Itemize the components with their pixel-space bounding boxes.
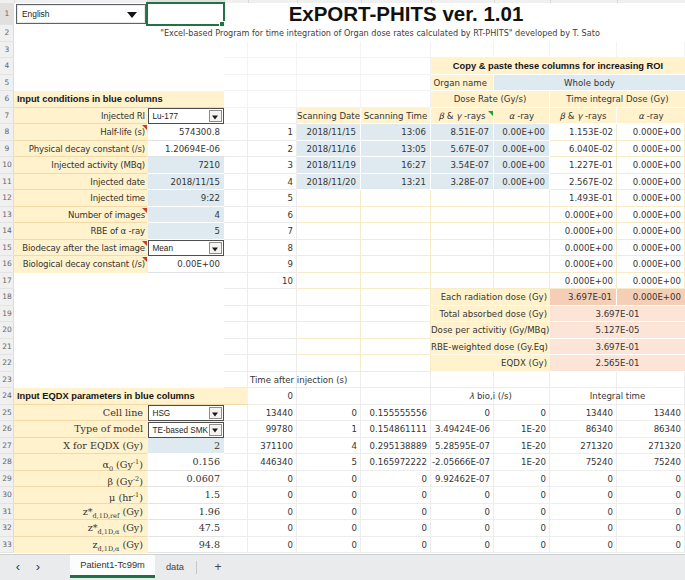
grid-cell <box>297 289 361 306</box>
scan-date-cell[interactable]: 2018/11/19 <box>297 157 361 174</box>
grid-cell <box>224 504 248 521</box>
scan-time-cell[interactable]: 13:21 <box>361 174 431 191</box>
number-of-images-value[interactable]: 4 <box>148 207 224 224</box>
integral-beta-gamma-cell: 0.000E+00 <box>550 256 617 273</box>
grid-cell <box>297 91 361 108</box>
time-cell: 86340 <box>617 421 685 438</box>
eqdx-cell-line-dropdown[interactable]: HSG <box>148 405 224 421</box>
row-number: 31 <box>0 504 14 521</box>
scan-date-cell[interactable]: 2018/11/15 <box>297 124 361 141</box>
scan-index-cell: 6 <box>248 207 297 224</box>
scan-index-cell: 3 <box>248 157 297 174</box>
rate-alpha-cell[interactable]: 0.00E+00 <box>494 141 550 158</box>
dose-per-activitiy-gy-mbq-label: Dose per activitiy (Gy/MBq) <box>431 322 550 339</box>
grid-cell <box>248 42 297 59</box>
row-number: 7 <box>0 108 14 125</box>
sheet-tab-data[interactable]: data <box>157 555 193 580</box>
rate-alpha-cell[interactable]: 0.00E+00 <box>494 174 550 191</box>
grid-cell <box>431 273 494 290</box>
biodecay-after-the-last-image-dropdown[interactable]: Mean <box>148 240 224 256</box>
injected-ri-dropdown-arrow-icon <box>209 110 222 122</box>
injected-time-label: Injected time <box>14 190 147 207</box>
rate-alpha-cell[interactable]: 0.00E+00 <box>494 157 550 174</box>
grid-cell <box>494 240 550 257</box>
time-cell: 0 <box>297 504 361 521</box>
grid-cell <box>224 124 248 141</box>
time-cell: 0 <box>431 504 494 521</box>
rbe-of-ray-value[interactable]: 5 <box>148 223 224 240</box>
selected-cell-outline[interactable] <box>146 2 225 26</box>
injected-activity-mbq-value[interactable]: 7210 <box>148 157 224 174</box>
grid-cell <box>224 157 248 174</box>
injected-time-value[interactable]: 9:22 <box>148 190 224 207</box>
rate-beta-gamma-cell[interactable]: 5.67E-07 <box>431 141 494 158</box>
integral-alpha-cell: 0.000E+00 <box>617 124 685 141</box>
rate-beta-gamma-cell[interactable]: 3.54E-07 <box>431 157 494 174</box>
grid-cell <box>224 75 248 92</box>
grid-cell <box>248 355 297 372</box>
rate-alpha-cell[interactable]: 0.00E+00 <box>494 124 550 141</box>
row-number: 29 <box>0 471 14 488</box>
eqdx-type-of-model-dropdown[interactable]: TE-based SMK <box>148 422 224 438</box>
total-absorbed-dose-gy-value: 3.697E-01 <box>550 306 685 323</box>
time-cell: 3.49424E-06 <box>431 421 494 438</box>
grid-cell <box>361 207 431 224</box>
integral-alpha-cell: 0.000E+00 <box>617 207 685 224</box>
sheet-tab-active[interactable]: Patient1-Tc99m <box>70 555 155 576</box>
eqdx-cell-line-label: Cell line <box>14 405 147 422</box>
grid-cell <box>431 190 494 207</box>
fill-handle[interactable] <box>219 21 225 27</box>
scan-time-cell[interactable]: 13:06 <box>361 124 431 141</box>
grid-cell <box>431 372 494 389</box>
injected-date-label: Injected date <box>14 174 147 191</box>
grid-cell <box>550 42 617 59</box>
biological-decay-constant-s-comment-marker <box>142 257 147 262</box>
biological-decay-constant-s-value: 0.00E+00 <box>148 256 224 273</box>
grid-cell <box>224 405 248 422</box>
language-value: English <box>22 7 49 22</box>
grid-cell <box>224 289 248 306</box>
scan-time-cell[interactable]: 13:05 <box>361 141 431 158</box>
tab-divider <box>196 561 197 574</box>
injected-ri-dropdown-value: Lu-177 <box>153 109 179 124</box>
organ-name-value[interactable]: Whole body <box>494 75 685 92</box>
scan-date-cell[interactable]: 2018/11/20 <box>297 174 361 191</box>
time-cell: 0 <box>248 487 297 504</box>
grid-cell <box>248 58 297 75</box>
half-life-s-label: Half-life (s) <box>14 124 147 141</box>
time-cell: 0 <box>431 487 494 504</box>
scan-date-cell[interactable]: 2018/11/16 <box>297 141 361 158</box>
row-number: 4 <box>0 58 14 75</box>
integral-beta-gamma-cell: 0.000E+00 <box>550 223 617 240</box>
tab-scroll-left[interactable]: ‹ <box>10 555 26 580</box>
grid-cell <box>224 174 248 191</box>
rate-beta-gamma-cell[interactable]: 3.28E-07 <box>431 174 494 191</box>
add-sheet-button[interactable]: + <box>210 555 226 580</box>
rate-beta-gamma-cell[interactable]: 8.51E-07 <box>431 124 494 141</box>
time-cell: 5.28595E-07 <box>431 438 494 455</box>
integral-beta-gamma-cell: 1.493E-01 <box>550 190 617 207</box>
eqdx-0-gy-1-value: 0.156 <box>148 454 224 471</box>
tab-scroll-right[interactable]: › <box>30 555 46 580</box>
integral-alpha-cell: 0.000E+00 <box>617 273 685 290</box>
injected-date-value[interactable]: 2018/11/15 <box>148 174 224 191</box>
time-cell: 0.295138889 <box>361 438 431 455</box>
eqdx-z-d-1d-gy-value: 47.5 <box>148 520 224 537</box>
time-cell: 0.154861111 <box>361 421 431 438</box>
grid-cell <box>248 75 297 92</box>
grid-cell <box>224 190 248 207</box>
grid-cell <box>431 240 494 257</box>
injected-ri-dropdown[interactable]: Lu-177 <box>148 108 224 124</box>
scan-time-cell[interactable]: 16:27 <box>361 157 431 174</box>
grid-cell <box>494 207 550 224</box>
row-number: 1 <box>0 3 14 25</box>
integral-beta-gamma-cell: 0.000E+00 <box>550 240 617 257</box>
biodecay-after-the-last-image-comment-marker <box>142 241 147 246</box>
time-cell: 0 <box>494 471 550 488</box>
rate-header-comment-marker <box>488 111 493 116</box>
language-dropdown[interactable]: English <box>16 4 146 24</box>
eqdx-gy-value: 2.565E-01 <box>550 355 685 372</box>
row-number: 5 <box>0 75 14 92</box>
eqdx-x-for-eqdx-gy-value[interactable]: 2 <box>148 438 224 455</box>
row-number: 30 <box>0 487 14 504</box>
